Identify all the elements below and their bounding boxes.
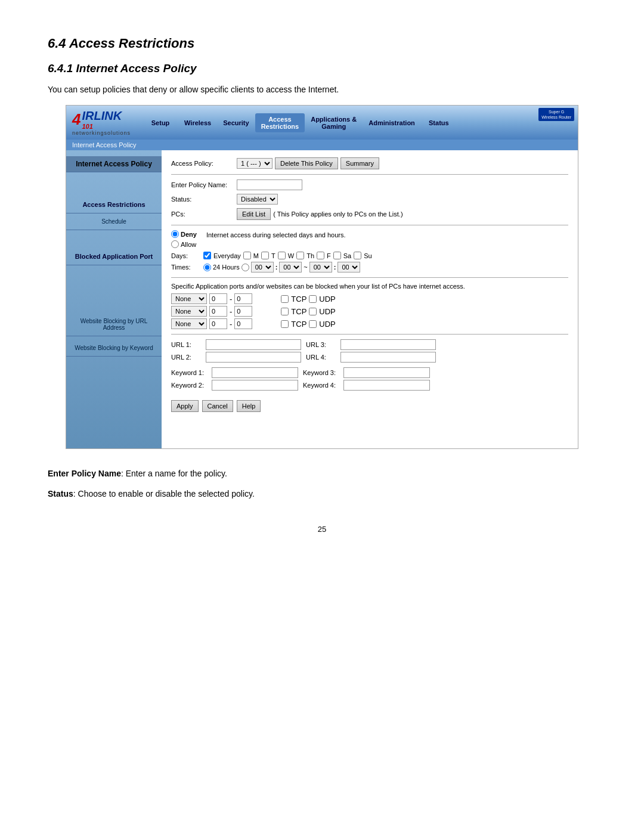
access-policy-label: Access Policy: [171,160,237,167]
keyword1-label: Keyword 1: [171,369,207,376]
deny-radio[interactable] [171,230,179,238]
port1-to-input[interactable] [234,293,252,304]
pcs-controls: Edit List ( This Policy applies only to … [237,208,403,220]
url3-input[interactable] [340,339,436,350]
allow-radio-label[interactable]: Allow [171,240,197,248]
pcs-row: PCs: Edit List ( This Policy applies onl… [171,208,568,220]
port3-to-input[interactable] [234,318,252,329]
port3-udp-checkbox[interactable] [309,320,317,328]
port-row-2: None - TCP UDP [171,306,568,317]
sunday-checkbox[interactable] [354,252,361,259]
time-to-hour-select[interactable]: 00 [309,262,332,272]
status-row: Status: Disabled Enabled [171,194,568,205]
keyword1-input[interactable] [212,367,298,378]
thursday-checkbox[interactable] [296,252,304,259]
port3-tcp-checkbox[interactable] [281,320,289,328]
section-title: 6.4 Access Restrictions [48,36,596,51]
port1-udp-checkbox[interactable] [309,295,317,303]
times-label: Times: [171,264,201,271]
sidebar-website-keyword[interactable]: Website Blocking by Keyword [66,340,162,357]
port3-app-select[interactable]: None [171,318,207,329]
policy-name-input[interactable] [237,179,302,190]
port1-app-select[interactable]: None [171,293,207,304]
deny-radio-label[interactable]: Deny [171,230,197,238]
days-row: Days: Everyday M T W Th F Sa [171,252,568,259]
everyday-checkbox[interactable] [203,252,211,259]
url-row-12: URL 1: URL 3: [171,339,568,350]
nav-access-restrictions[interactable]: Access Restrictions [255,113,305,132]
friday-label: F [327,252,331,259]
nav-menu: Setup Wireless Security Access Restricti… [143,113,572,132]
nav-applications-gaming[interactable]: Applications & Gaming [305,113,363,132]
keyword2-input[interactable] [212,380,298,391]
allow-label-text: Allow [181,241,196,248]
url4-input[interactable] [340,352,436,363]
monday-checkbox[interactable] [243,252,251,259]
divider-1 [171,174,568,175]
sidebar-access-restrictions[interactable]: Access Restrictions [66,196,162,213]
access-policy-select[interactable]: 1 ( --- ) [237,158,273,169]
keyword3-label: Keyword 3: [303,369,339,376]
port2-udp-checkbox[interactable] [309,308,317,315]
edit-list-button[interactable]: Edit List [237,208,271,220]
url2-input[interactable] [206,352,301,363]
allow-radio[interactable] [171,240,179,248]
delete-policy-button[interactable]: Delete This Policy [275,157,338,169]
keyword3-input[interactable] [343,367,430,378]
status-select[interactable]: Disabled Enabled [237,194,278,205]
port2-tcp-checkbox[interactable] [281,308,289,315]
status-label: Status: [171,196,237,203]
port2-to-input[interactable] [234,306,252,317]
wednesday-checkbox[interactable] [278,252,286,259]
port1-tcp-label: TCP [291,295,306,304]
sidebar-title: Internet Access Policy [66,156,162,172]
everyday-label: Everyday [213,252,241,259]
access-policy-controls: 1 ( --- ) Delete This Policy Summary [237,157,379,169]
keyword-row-13: Keyword 1: Keyword 3: [171,367,568,378]
nav-setup[interactable]: Setup [143,117,178,129]
port2-dash: - [230,307,232,316]
tuesday-label: T [271,252,275,259]
saturday-checkbox[interactable] [333,252,341,259]
port2-from-input[interactable] [209,306,227,317]
keyword4-input[interactable] [343,380,430,391]
sidebar-website-url[interactable]: Website Blocking by URL Address [66,313,162,336]
nav-security[interactable]: Security [217,117,255,129]
keyword-row-24: Keyword 2: Keyword 4: [171,380,568,391]
custom-time-radio[interactable] [242,264,249,271]
apply-button[interactable]: Apply [171,400,199,412]
port1-tcp-checkbox[interactable] [281,295,289,303]
friday-checkbox[interactable] [317,252,324,259]
url2-label: URL 2: [171,354,201,361]
logo-101: 101 [82,123,122,130]
tuesday-checkbox[interactable] [261,252,269,259]
time-from-hour-select[interactable]: 00 [251,262,274,272]
days-checkboxes: Everyday M T W Th F Sa Su [203,252,372,259]
time-to-min-select[interactable]: 00 [338,262,360,272]
time-from-min-select[interactable]: 00 [279,262,302,272]
port1-dash: - [230,295,232,304]
hours24-radio[interactable] [203,264,211,271]
sidebar: Internet Access Policy Access Restrictio… [66,150,162,448]
sidebar-schedule[interactable]: Schedule [66,213,162,230]
summary-button[interactable]: Summary [340,157,379,169]
url1-input[interactable] [206,339,301,350]
nav-administration[interactable]: Administration [363,117,421,129]
port2-app-select[interactable]: None [171,306,207,317]
router-body: Internet Access Policy Access Restrictio… [66,150,578,448]
body-text-status-label: Status [48,489,73,498]
port1-udp-label: UDP [319,295,335,304]
port3-from-input[interactable] [209,318,227,329]
saturday-label: Sa [343,252,351,259]
access-policy-row: Access Policy: 1 ( --- ) Delete This Pol… [171,157,568,169]
deny-label-text: Deny [181,231,197,238]
port1-from-input[interactable] [209,293,227,304]
help-button[interactable]: Help [237,400,261,412]
router-logo: 4 IRLINK 101 networkingsolutions [72,109,131,136]
nav-status[interactable]: Status [421,117,457,129]
cancel-button[interactable]: Cancel [202,400,233,412]
sidebar-blocked-app[interactable]: Blocked Application Port [66,248,162,265]
nav-wireless[interactable]: Wireless [178,117,217,129]
router-ui: 4 IRLINK 101 networkingsolutions Setup W… [66,105,578,449]
divider-3 [171,277,568,278]
